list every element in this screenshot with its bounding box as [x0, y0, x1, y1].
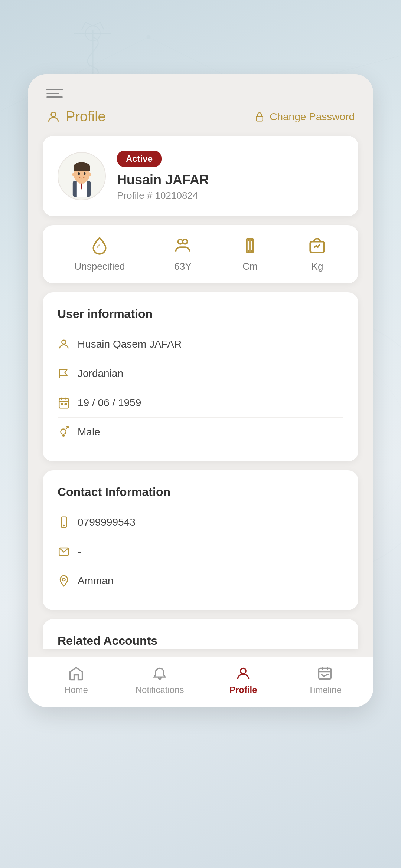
bell-icon	[151, 665, 168, 682]
profile-card: Active Husain JAFAR Profile # 10210824	[43, 136, 358, 216]
svg-point-22	[89, 173, 91, 176]
svg-point-36	[241, 668, 246, 674]
height-icon	[241, 236, 259, 256]
svg-point-10	[51, 112, 56, 117]
phone-value: 0799999543	[78, 516, 136, 528]
nav-profile[interactable]: Profile	[221, 665, 265, 695]
svg-rect-29	[61, 403, 63, 405]
stat-weight-label: Kg	[312, 261, 323, 272]
avatar-illustration	[61, 156, 102, 197]
contact-info-card: Contact Information 0799999543 -	[43, 470, 358, 610]
stats-card: Unspecified 63Y	[43, 225, 358, 283]
location-value: Amman	[78, 575, 113, 587]
profile-nav-icon	[235, 665, 251, 682]
lock-icon	[254, 111, 265, 123]
related-accounts-title: Related Accounts	[58, 634, 343, 648]
header: Profile Change Password	[28, 74, 373, 132]
nationality-row: Jordanian	[58, 359, 343, 388]
stat-blood-type: Unspecified	[75, 236, 125, 272]
svg-point-19	[78, 172, 80, 175]
svg-rect-18	[74, 166, 90, 171]
person-header-icon	[46, 110, 61, 124]
profile-info: Active Husain JAFAR Profile # 10210824	[117, 151, 343, 201]
stat-age-label: 63Y	[174, 261, 191, 272]
stat-age: 63Y	[173, 236, 192, 272]
page-title-text: Profile	[66, 109, 106, 125]
stat-height-label: Cm	[242, 261, 257, 272]
profile-number: Profile # 10210824	[117, 190, 343, 201]
app-card: Profile Change Password	[28, 74, 373, 707]
svg-point-20	[84, 172, 86, 175]
svg-point-21	[72, 173, 75, 176]
email-row: -	[58, 537, 343, 566]
blood-drop-icon	[90, 236, 109, 256]
flag-icon	[58, 367, 70, 380]
profile-name: Husain JAFAR	[117, 172, 343, 188]
user-name-row: Husain Qasem JAFAR	[58, 330, 343, 359]
user-name-value: Husain Qasem JAFAR	[78, 338, 182, 350]
stat-blood-type-label: Unspecified	[75, 261, 125, 272]
home-nav-label: Home	[64, 685, 88, 695]
gender-row: Male	[58, 418, 343, 447]
dob-value: 19 / 06 / 1959	[78, 397, 141, 409]
svg-point-33	[63, 525, 65, 526]
dob-row: 19 / 06 / 1959	[58, 388, 343, 418]
stat-weight: Kg	[308, 236, 326, 272]
svg-point-27	[62, 340, 66, 344]
age-icon	[173, 236, 192, 256]
profile-nav-label: Profile	[229, 685, 257, 695]
user-info-title: User information	[58, 307, 343, 321]
svg-rect-28	[59, 399, 69, 408]
notifications-nav-label: Notifications	[136, 685, 184, 695]
svg-rect-37	[319, 668, 331, 679]
hamburger-menu[interactable]	[46, 89, 63, 98]
location-icon	[58, 575, 70, 587]
phone-icon	[58, 516, 70, 529]
svg-point-1	[85, 26, 100, 41]
location-row: Amman	[58, 566, 343, 595]
svg-point-35	[62, 578, 65, 581]
nav-notifications[interactable]: Notifications	[136, 665, 184, 695]
related-accounts-card: Related Accounts	[43, 619, 358, 649]
avatar	[58, 152, 106, 200]
status-badge: Active	[117, 151, 162, 167]
email-icon	[58, 545, 70, 558]
timeline-icon	[317, 665, 333, 682]
svg-point-6	[147, 35, 150, 39]
gender-icon	[58, 426, 70, 438]
phone-row: 0799999543	[58, 508, 343, 537]
page-title: Profile	[46, 109, 106, 125]
contact-info-title: Contact Information	[58, 485, 343, 499]
bottom-nav: Home Notifications Profile Timeline	[28, 656, 373, 707]
timeline-nav-label: Timeline	[308, 685, 342, 695]
user-name-icon	[58, 338, 70, 351]
nationality-value: Jordanian	[78, 368, 123, 379]
email-value: -	[78, 546, 81, 558]
change-password-button[interactable]: Change Password	[254, 111, 355, 123]
user-info-card: User information Husain Qasem JAFAR Jord…	[43, 292, 358, 461]
nav-home[interactable]: Home	[54, 665, 98, 695]
content-area: Active Husain JAFAR Profile # 10210824 U…	[28, 132, 373, 656]
home-icon	[68, 665, 84, 682]
calendar-icon	[58, 397, 70, 409]
svg-rect-30	[65, 403, 66, 405]
change-password-label: Change Password	[270, 111, 355, 123]
gender-value: Male	[78, 426, 100, 438]
stat-height: Cm	[241, 236, 259, 272]
svg-rect-11	[256, 116, 263, 121]
nav-timeline[interactable]: Timeline	[303, 665, 347, 695]
scale-icon	[308, 236, 326, 256]
svg-point-24	[183, 239, 188, 244]
svg-point-31	[61, 429, 66, 434]
